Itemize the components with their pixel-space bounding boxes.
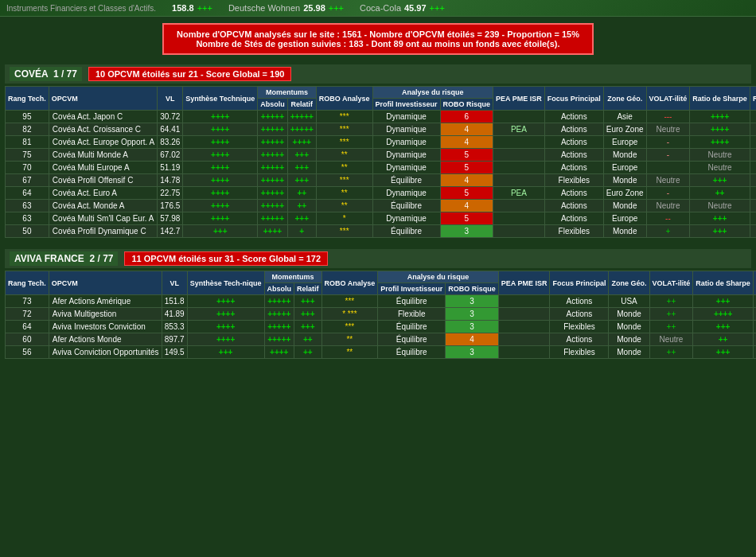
cell-relatif: ++	[294, 346, 322, 359]
cell-robo: **	[316, 149, 372, 162]
th-sharpe: Ratio de Sharpe	[690, 87, 750, 111]
cell-vl: 41.89	[162, 308, 187, 321]
cell-zone: Euro Zone	[603, 123, 646, 136]
ticker-item-1: 158.8 +++	[172, 3, 212, 13]
th-pea: PEA PME ISR	[493, 87, 545, 111]
cell-robo: ***	[316, 174, 372, 187]
cell-absolu: +++++	[258, 111, 288, 123]
cell-synth: ++++	[183, 149, 258, 162]
cell-volat: --	[646, 212, 690, 225]
th-profil: Profil Investisseur	[372, 99, 440, 111]
cell-focus: Flexibles	[544, 174, 603, 187]
cell-focus: Actions	[544, 200, 603, 212]
cell-sharpe: +++	[693, 346, 754, 359]
th-mom-group: Momentums	[258, 87, 317, 99]
cell-relatif: +++	[294, 308, 322, 321]
cell-synth: ++++	[183, 123, 258, 136]
cell-sortino: ++	[750, 212, 756, 225]
cell-opcvm: Covéa Act. Euro A	[49, 187, 157, 200]
cell-volat: -	[646, 187, 690, 200]
cell-sortino: +++	[750, 225, 756, 238]
table-row: 60 Afer Actions Monde 897.7 ++++ +++++ +…	[6, 333, 757, 346]
th-robo: ROBO Analyse	[316, 87, 372, 111]
cell-relatif: ++	[294, 333, 322, 346]
info-box: Nombre d'OPCVM analysés sur le site : 15…	[0, 17, 756, 61]
cell-robo: **	[321, 333, 378, 346]
cell-rang: 67	[6, 174, 49, 187]
table-row: 67 Covéa Profil Offensif C 14.78 ++++ ++…	[6, 174, 757, 187]
cell-robo-risque: 4	[440, 200, 493, 212]
cell-vl: 176.5	[158, 200, 183, 212]
cell-sharpe: ++++	[690, 111, 750, 123]
cell-volat: ++	[649, 346, 693, 359]
cell-sharpe: +++	[690, 225, 750, 238]
cell-profil: Équilibre	[378, 333, 446, 346]
cell-volat: ++	[649, 295, 693, 308]
cell-robo: ***	[316, 123, 372, 136]
cell-opcvm: Covéa Act. Croissance C	[49, 123, 157, 136]
th-relatif: Relatif	[287, 99, 316, 111]
cell-absolu: +++++	[258, 212, 288, 225]
table-row: 50 Covéa Profil Dynamique C 142.7 +++ ++…	[6, 225, 757, 238]
cell-pea	[493, 111, 545, 123]
cell-absolu: +++++	[264, 295, 294, 308]
table-row: 81 Covéa Act. Europe Opport. A 83.26 +++…	[6, 136, 757, 149]
ticker-name-coca: Coca-Cola	[360, 3, 401, 13]
cell-focus: Actions	[544, 111, 603, 123]
cell-rang: 64	[6, 321, 49, 333]
cell-sortino: +++	[753, 321, 756, 333]
cell-relatif: ++	[287, 200, 316, 212]
cell-synth: ++++	[183, 212, 258, 225]
th2-relatif: Relatif	[294, 283, 322, 295]
cell-robo-risque: 3	[446, 295, 499, 308]
cell-focus: Actions	[550, 295, 609, 308]
cell-rang: 56	[6, 346, 49, 359]
th-opcvm: OPCVM	[49, 87, 157, 111]
th2-mom-group: Momentums	[264, 271, 321, 283]
cell-vl: 897.7	[162, 333, 187, 346]
cell-robo: **	[316, 162, 372, 174]
cell-zone: Europe	[603, 212, 646, 225]
cell-pea	[498, 346, 550, 359]
th-vl: VL	[158, 87, 183, 111]
cell-volat: -	[646, 149, 690, 162]
table-row: 82 Covéa Act. Croissance C 64.41 ++++ ++…	[6, 123, 757, 136]
cell-volat: Neutre	[646, 174, 690, 187]
cell-volat: Neutre	[646, 123, 690, 136]
cell-vl: 14.78	[158, 174, 183, 187]
th2-robo-risque: ROBO Risque	[446, 283, 499, 295]
section-covea: COVÉA 1 / 77 10 OPCVM étoilés sur 21 - S…	[0, 61, 756, 241]
cell-robo-risque: 3	[446, 346, 499, 359]
cell-absolu: +++++	[258, 136, 288, 149]
table-row: 75 Covéa Multi Monde A 67.02 ++++ +++++ …	[6, 149, 757, 162]
th2-volat: VOLAT-ilité	[649, 271, 693, 295]
cell-zone: USA	[609, 295, 649, 308]
cell-opcvm: Aviva Multigestion	[49, 308, 162, 321]
cell-profil: Équilibre	[372, 200, 440, 212]
cell-rang: 63	[6, 212, 49, 225]
ticker-val-1: 158.8	[172, 3, 194, 13]
cell-profil: Dynamique	[372, 162, 440, 174]
cell-pea: PEA	[493, 123, 545, 136]
cell-absolu: +++++	[264, 333, 294, 346]
cell-robo: **	[321, 346, 378, 359]
cell-pea: PEA	[493, 187, 545, 200]
cell-focus: Actions	[550, 333, 609, 346]
cell-profil: Équilibre	[372, 174, 440, 187]
cell-robo-risque: 5	[440, 212, 493, 225]
th-zone: Zone Géo.	[603, 87, 646, 111]
ticker-change-coca: +++	[430, 3, 445, 13]
cell-focus: Actions	[544, 149, 603, 162]
table-row: 56 Aviva Conviction Opportunités 149.5 +…	[6, 346, 757, 359]
section-header-covea: COVÉA 1 / 77 10 OPCVM étoilés sur 21 - S…	[5, 64, 751, 84]
cell-profil: Flexible	[378, 308, 446, 321]
th2-pea: PEA PME ISR	[498, 271, 550, 295]
th2-sortino: Ratio de Sortino	[753, 271, 756, 295]
table-row: 73 Afer Actions Amérique 151.8 ++++ ++++…	[6, 295, 757, 308]
cell-absolu: +++++	[264, 321, 294, 333]
cell-sharpe: ++	[693, 333, 754, 346]
cell-rang: 72	[6, 308, 49, 321]
cell-sortino: +++	[750, 187, 756, 200]
cell-opcvm: Aviva Conviction Opportunités	[49, 346, 162, 359]
cell-robo-risque: 5	[440, 162, 493, 174]
